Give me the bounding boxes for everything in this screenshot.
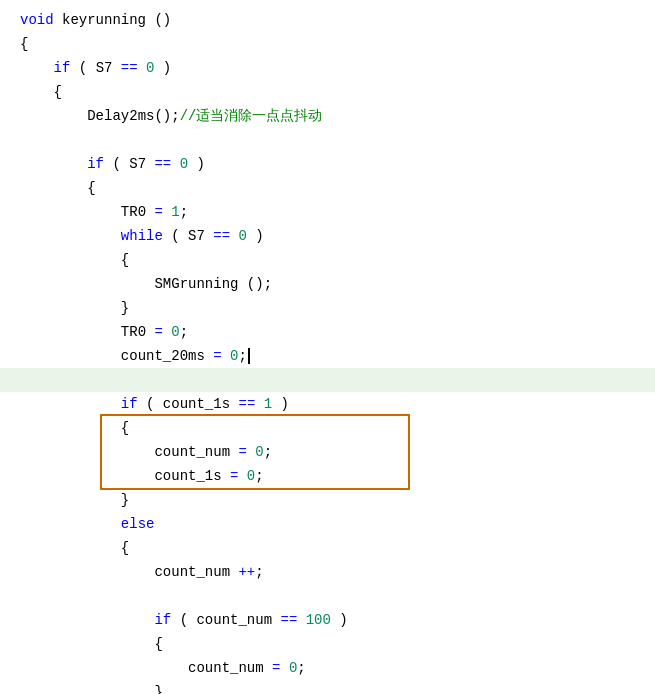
code-text: } [18, 680, 655, 694]
code-editor: void keyrunning (){ if ( S7 == 0 ) { Del… [0, 0, 655, 694]
code-line: else [0, 512, 655, 536]
code-line: SMGrunning (); [0, 272, 655, 296]
code-line: if ( S7 == 0 ) [0, 152, 655, 176]
code-line: while ( S7 == 0 ) [0, 224, 655, 248]
gutter[interactable] [0, 440, 18, 464]
gutter[interactable] [0, 392, 18, 416]
code-text: { [18, 416, 655, 440]
code-text: else [18, 512, 655, 536]
code-line: if ( count_num == 100 ) [0, 608, 655, 632]
gutter[interactable] [0, 344, 18, 368]
code-line: count_num = 0; [0, 656, 655, 680]
gutter[interactable] [0, 320, 18, 344]
code-line: { [0, 416, 655, 440]
gutter[interactable] [0, 152, 18, 176]
code-text: count_1s = 0; [18, 464, 655, 488]
code-text: { [18, 248, 655, 272]
code-text: { [18, 32, 655, 56]
code-text: if ( count_num == 100 ) [18, 608, 655, 632]
code-lines: void keyrunning (){ if ( S7 == 0 ) { Del… [0, 8, 655, 694]
code-line [0, 368, 655, 392]
code-text: count_num = 0; [18, 656, 655, 680]
code-text: count_num = 0; [18, 440, 655, 464]
code-text: if ( S7 == 0 ) [18, 152, 655, 176]
code-text: if ( S7 == 0 ) [18, 56, 655, 80]
gutter[interactable] [0, 560, 18, 584]
gutter[interactable] [0, 32, 18, 56]
gutter[interactable] [0, 512, 18, 536]
code-text: { [18, 176, 655, 200]
code-line: count_num = 0; [0, 440, 655, 464]
code-text: TR0 = 0; [18, 320, 655, 344]
code-line [0, 584, 655, 608]
code-text: } [18, 296, 655, 320]
gutter[interactable] [0, 680, 18, 694]
code-line: Delay2ms();//适当消除一点点抖动 [0, 104, 655, 128]
code-line: count_20ms = 0; [0, 344, 655, 368]
text-cursor [248, 348, 250, 364]
code-line: { [0, 176, 655, 200]
gutter[interactable] [0, 416, 18, 440]
code-text: SMGrunning (); [18, 272, 655, 296]
code-text: while ( S7 == 0 ) [18, 224, 655, 248]
gutter[interactable] [0, 656, 18, 680]
gutter[interactable] [0, 80, 18, 104]
gutter[interactable] [0, 296, 18, 320]
code-text: { [18, 536, 655, 560]
gutter[interactable] [0, 248, 18, 272]
gutter[interactable] [0, 8, 18, 32]
code-line: TR0 = 1; [0, 200, 655, 224]
code-line: if ( S7 == 0 ) [0, 56, 655, 80]
code-text: count_20ms = 0; [18, 344, 655, 368]
gutter[interactable] [0, 200, 18, 224]
code-text: void keyrunning () [18, 8, 655, 32]
code-line [0, 128, 655, 152]
gutter[interactable] [0, 368, 18, 392]
code-text: if ( count_1s == 1 ) [18, 392, 655, 416]
code-line: TR0 = 0; [0, 320, 655, 344]
gutter[interactable] [0, 272, 18, 296]
gutter[interactable] [0, 56, 18, 80]
gutter[interactable] [0, 584, 18, 608]
gutter[interactable] [0, 176, 18, 200]
code-line: void keyrunning () [0, 8, 655, 32]
code-text: count_num ++; [18, 560, 655, 584]
code-text: } [18, 488, 655, 512]
gutter[interactable] [0, 128, 18, 152]
code-line: } [0, 680, 655, 694]
code-text: TR0 = 1; [18, 200, 655, 224]
code-line: count_1s = 0; [0, 464, 655, 488]
gutter[interactable] [0, 104, 18, 128]
code-line: { [0, 248, 655, 272]
code-line: { [0, 632, 655, 656]
gutter[interactable] [0, 488, 18, 512]
code-text: Delay2ms();//适当消除一点点抖动 [18, 104, 655, 128]
code-text: { [18, 632, 655, 656]
code-line: if ( count_1s == 1 ) [0, 392, 655, 416]
code-line: } [0, 488, 655, 512]
gutter[interactable] [0, 536, 18, 560]
code-line: { [0, 536, 655, 560]
code-text: { [18, 80, 655, 104]
gutter[interactable] [0, 608, 18, 632]
code-line: } [0, 296, 655, 320]
gutter[interactable] [0, 632, 18, 656]
code-line: { [0, 32, 655, 56]
code-line: { [0, 80, 655, 104]
code-line: count_num ++; [0, 560, 655, 584]
gutter[interactable] [0, 224, 18, 248]
gutter[interactable] [0, 464, 18, 488]
